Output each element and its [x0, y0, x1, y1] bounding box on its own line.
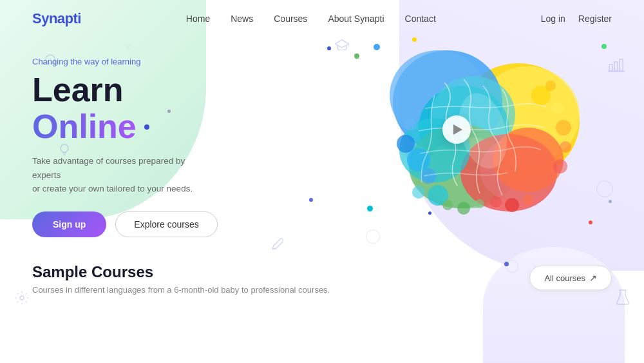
float-dot	[589, 221, 592, 224]
svg-point-27	[556, 120, 571, 135]
svg-point-18	[442, 200, 453, 210]
courses-section: Sample Courses Courses in different lang…	[0, 244, 644, 308]
all-courses-button[interactable]: All courses ↗	[529, 266, 612, 290]
nav-news[interactable]: News	[231, 14, 253, 24]
svg-point-25	[551, 102, 564, 115]
nav-contact[interactable]: Contact	[405, 14, 436, 24]
svg-point-26	[545, 81, 556, 91]
logo[interactable]: Synapti	[32, 10, 81, 27]
login-link[interactable]: Log in	[541, 14, 565, 24]
courses-header: Sample Courses Courses in different lang…	[32, 263, 612, 295]
float-dot	[374, 44, 380, 50]
hero-content: Changing the way of learning Learn Onlin…	[32, 57, 218, 237]
hero-title-online: Online	[32, 108, 137, 145]
hero-visual	[335, 31, 605, 250]
hero-title: Learn Online	[32, 72, 218, 145]
svg-point-17	[412, 186, 425, 199]
explore-button[interactable]: Explore courses	[115, 211, 217, 237]
svg-point-22	[505, 198, 519, 212]
nav-courses[interactable]: Courses	[274, 14, 307, 24]
svg-point-15	[404, 118, 417, 131]
float-dot	[412, 37, 417, 42]
hero-tagline: Changing the way of learning	[32, 57, 218, 66]
brain-container	[335, 31, 605, 250]
all-courses-label: All courses	[544, 273, 585, 283]
nav-about[interactable]: About Synapti	[328, 14, 384, 24]
play-icon	[453, 124, 462, 135]
register-link[interactable]: Register	[578, 14, 612, 24]
svg-point-28	[560, 141, 571, 153]
hero-section: Changing the way of learning Learn Onlin…	[0, 37, 644, 244]
svg-point-14	[421, 168, 436, 184]
signup-button[interactable]: Sign up	[32, 211, 106, 237]
courses-title-area: Sample Courses Courses in different lang…	[32, 263, 330, 295]
nav-auth: Log in Register	[541, 14, 612, 24]
svg-point-29	[553, 159, 567, 173]
navbar: Synapti Home News Courses About Synapti …	[0, 0, 644, 37]
hero-title-learn: Learn	[32, 72, 218, 108]
hero-desc: Take advantage of courses prepared by ex…	[32, 154, 213, 196]
arrow-icon: ↗	[589, 273, 597, 283]
nav-links: Home News Courses About Synapti Contact	[186, 13, 436, 25]
svg-point-21	[490, 196, 502, 208]
svg-point-19	[457, 202, 470, 215]
svg-point-23	[523, 195, 533, 205]
title-dot	[144, 124, 149, 130]
hero-buttons: Sign up Explore courses	[32, 211, 218, 237]
svg-point-13	[397, 135, 415, 153]
courses-title: Sample Courses	[32, 263, 330, 281]
play-button[interactable]	[442, 115, 471, 144]
float-dot	[354, 54, 359, 59]
courses-subtitle: Courses in different languages from a 6-…	[32, 285, 330, 295]
nav-home[interactable]: Home	[186, 14, 210, 24]
svg-point-20	[475, 199, 484, 208]
float-dot	[367, 206, 373, 211]
